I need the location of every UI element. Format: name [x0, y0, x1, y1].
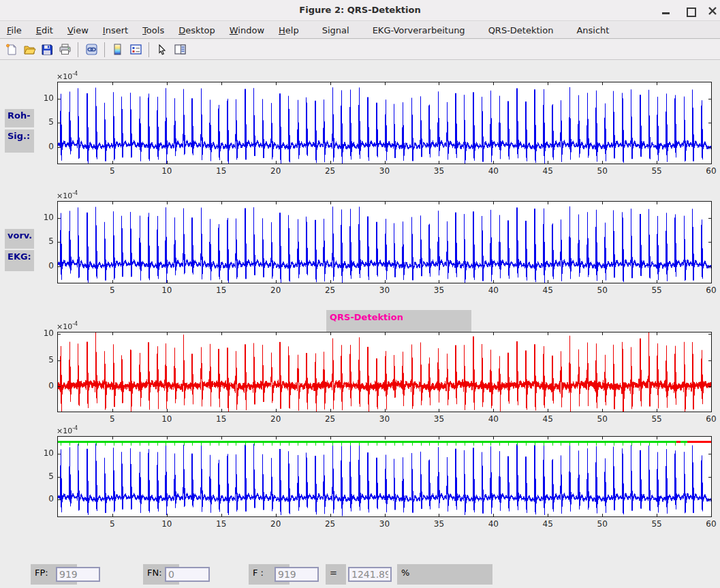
raw-ecg-side-label: Sig.: [5, 129, 34, 153]
detected-ecg-exponent-label: ×10-4 [57, 425, 78, 435]
preprocessed-ecg-xtick-20: 20 [266, 285, 286, 295]
fn-field[interactable] [165, 567, 210, 582]
raw-ecg-ytick-0: 0 [35, 142, 54, 151]
close-icon[interactable] [707, 5, 718, 16]
qrs-detection-signal-xtick-55: 55 [646, 414, 667, 424]
raw-ecg-xtick-20: 20 [266, 166, 286, 176]
raw-ecg-plot[interactable] [57, 82, 712, 164]
toolbar-separator [104, 42, 105, 57]
menu-item-insert[interactable]: Insert [101, 23, 129, 37]
raw-ecg-xtick-15: 15 [211, 166, 232, 176]
preprocessed-ecg-xtick-50: 50 [592, 285, 612, 295]
plot-browser-icon[interactable] [172, 42, 188, 58]
menu-bar: FileEditViewInsertToolsDesktopWindowHelp… [0, 22, 720, 39]
qrs-detection-signal-ytick-5: 5 [35, 355, 54, 365]
preprocessed-ecg-xtick-45: 45 [537, 285, 558, 295]
preprocessed-ecg-ytick-5: 5 [35, 236, 54, 246]
qrs-detection-signal-xtick-60: 60 [701, 414, 720, 424]
preprocessed-ecg-xtick-10: 10 [157, 285, 177, 295]
f-field[interactable] [275, 567, 319, 582]
detected-ecg-xtick-45: 45 [537, 519, 558, 529]
qrs-detection-signal-xtick-25: 25 [320, 414, 341, 424]
preprocessed-ecg-xtick-35: 35 [428, 285, 449, 295]
raw-ecg-xtick-25: 25 [320, 166, 341, 176]
toolbar-separator [148, 42, 149, 57]
preprocessed-ecg-xtick-30: 30 [375, 285, 395, 295]
print-icon[interactable] [57, 42, 73, 58]
maximize-icon[interactable] [685, 5, 695, 16]
menu-item-signal[interactable]: Signal [321, 23, 351, 37]
menu-item-help[interactable]: Help [277, 23, 300, 37]
menu-item-ekg-vorverarbeitung[interactable]: EKG-Vorverarbeitung [371, 23, 467, 37]
preprocessed-ecg-xtick-40: 40 [483, 285, 503, 295]
raw-ecg-xtick-5: 5 [102, 166, 123, 176]
insert-legend-icon[interactable] [127, 42, 144, 58]
raw-ecg-xtick-55: 55 [646, 166, 667, 176]
title-bar: Figure 2: QRS-Detektion [0, 0, 720, 21]
detected-ecg-xtick-35: 35 [428, 519, 449, 529]
qrs-detection-title: QRS-Detektion [326, 310, 471, 332]
menu-item-edit[interactable]: Edit [35, 23, 54, 37]
menu-item-window[interactable]: Window [228, 23, 266, 37]
detected-ecg-xtick-25: 25 [320, 519, 341, 529]
equals-label: = [326, 564, 346, 585]
toolbar-separator [78, 42, 78, 57]
detected-ecg-ytick-10: 10 [35, 448, 54, 458]
raw-ecg-xtick-10: 10 [157, 166, 177, 176]
detected-ecg-xtick-15: 15 [211, 519, 232, 529]
open-folder-icon[interactable] [21, 42, 37, 58]
figure-window: Figure 2: QRS-Detektion FileEditViewInse… [0, 0, 720, 588]
raw-ecg-xtick-50: 50 [592, 166, 612, 176]
raw-ecg-xtick-35: 35 [428, 166, 449, 176]
preprocessed-ecg-ytick-10: 10 [35, 213, 54, 222]
new-file-icon[interactable] [3, 42, 20, 58]
preprocessed-ecg-plot[interactable] [57, 201, 712, 283]
menu-item-qrs-detektion[interactable]: QRS-Detektion [487, 23, 555, 37]
preprocessed-ecg-xtick-60: 60 [701, 285, 720, 295]
menu-item-file[interactable]: File [5, 23, 23, 37]
minimize-icon[interactable] [661, 5, 672, 16]
qrs-detection-signal-exponent-label: ×10-4 [57, 321, 78, 331]
menu-item-desktop[interactable]: Desktop [177, 23, 217, 37]
qrs-detection-signal-xtick-40: 40 [483, 414, 503, 424]
menu-item-tools[interactable]: Tools [141, 23, 166, 37]
qrs-detection-signal-xtick-35: 35 [428, 414, 449, 424]
detected-ecg-ytick-5: 5 [35, 471, 54, 481]
qrs-detection-signal-xtick-5: 5 [102, 414, 123, 424]
detected-ecg-xtick-40: 40 [483, 519, 503, 529]
raw-ecg-xtick-60: 60 [701, 166, 720, 176]
qrs-detection-signal-ytick-0: 0 [35, 381, 54, 390]
raw-ecg-exponent-label: ×10-4 [57, 71, 78, 81]
percent-label: % [397, 564, 492, 585]
detected-ecg-xtick-55: 55 [646, 519, 667, 529]
raw-ecg-xtick-40: 40 [483, 166, 503, 176]
qrs-detection-signal-ytick-10: 10 [35, 328, 54, 338]
preprocessed-ecg-xtick-25: 25 [320, 285, 341, 295]
result-field[interactable] [348, 567, 392, 582]
fp-field[interactable] [56, 567, 100, 582]
qrs-detection-signal-xtick-10: 10 [157, 414, 177, 424]
qrs-detection-signal-plot[interactable] [57, 332, 712, 412]
raw-ecg-xtick-45: 45 [537, 166, 558, 176]
detected-ecg-xtick-5: 5 [102, 519, 123, 529]
raw-ecg-ytick-5: 5 [35, 117, 54, 127]
detected-ecg-plot[interactable] [57, 436, 712, 517]
raw-ecg-side-label: Roh- [5, 109, 34, 127]
preprocessed-ecg-xtick-15: 15 [211, 285, 232, 295]
menu-item-ansicht[interactable]: Ansicht [575, 23, 610, 37]
detected-ecg-ytick-0: 0 [35, 494, 54, 504]
qrs-detection-signal-xtick-30: 30 [375, 414, 395, 424]
qrs-detection-signal-xtick-50: 50 [592, 414, 612, 424]
detected-ecg-xtick-10: 10 [157, 519, 177, 529]
detected-ecg-xtick-30: 30 [375, 519, 395, 529]
insert-colorbar-icon[interactable] [110, 42, 126, 58]
preprocessed-ecg-xtick-5: 5 [102, 285, 123, 295]
preprocessed-ecg-exponent-label: ×10-4 [57, 190, 78, 200]
link-plot-icon[interactable] [83, 42, 99, 58]
raw-ecg-ytick-10: 10 [35, 93, 54, 103]
detected-ecg-xtick-50: 50 [592, 519, 612, 529]
save-icon[interactable] [39, 42, 55, 58]
preprocessed-ecg-xtick-55: 55 [646, 285, 667, 295]
pointer-icon[interactable] [154, 42, 170, 58]
menu-item-view[interactable]: View [66, 23, 90, 37]
